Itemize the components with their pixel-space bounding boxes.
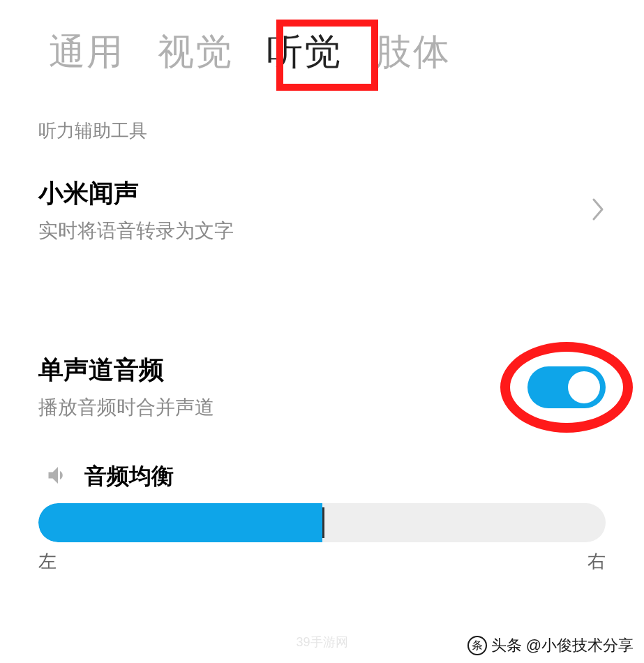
slider-thumb (322, 507, 324, 539)
row-text: 小米闻声 实时将语音转录为文字 (38, 177, 234, 244)
tab-visual[interactable]: 视觉 (158, 28, 233, 77)
balance-header: 音频均衡 (38, 461, 606, 492)
slider-labels: 左 右 (38, 549, 606, 574)
balance-slider[interactable] (38, 503, 606, 542)
mono-audio-subtitle: 播放音频时合并声道 (38, 394, 214, 421)
row-xiaomi-sound[interactable]: 小米闻声 实时将语音转录为文字 (0, 157, 644, 264)
speaker-icon (45, 463, 70, 491)
balance-title: 音频均衡 (84, 461, 174, 492)
balance-right-label: 右 (587, 549, 606, 574)
watermark: 条 头条 @小俊技术分享 (467, 635, 634, 656)
xiaomi-sound-subtitle: 实时将语音转录为文字 (38, 218, 234, 244)
balance-left-label: 左 (38, 549, 57, 574)
toggle-knob (568, 371, 600, 403)
mono-audio-toggle[interactable] (527, 366, 606, 408)
xiaomi-sound-title: 小米闻声 (38, 177, 234, 211)
tab-general[interactable]: 通用 (49, 28, 124, 77)
tab-hearing[interactable]: 听觉 (267, 28, 342, 77)
audio-balance-section: 音频均衡 左 右 (0, 440, 644, 574)
watermark-text: 头条 @小俊技术分享 (491, 635, 634, 656)
section-header-hearing-tools: 听力辅助工具 (0, 91, 644, 157)
mono-audio-title: 单声道音频 (38, 353, 214, 387)
row-mono-audio: 单声道音频 播放音频时合并声道 (0, 334, 644, 440)
row-text: 单声道音频 播放音频时合并声道 (38, 353, 214, 421)
faint-watermark: 39手游网 (296, 634, 347, 650)
tab-physical[interactable]: 肢体 (375, 28, 451, 77)
watermark-icon: 条 (467, 636, 487, 655)
toggle-container (527, 366, 606, 408)
tabs-bar: 通用 视觉 听觉 肢体 (0, 0, 644, 91)
slider-fill (38, 503, 322, 542)
chevron-right-icon (592, 198, 606, 224)
